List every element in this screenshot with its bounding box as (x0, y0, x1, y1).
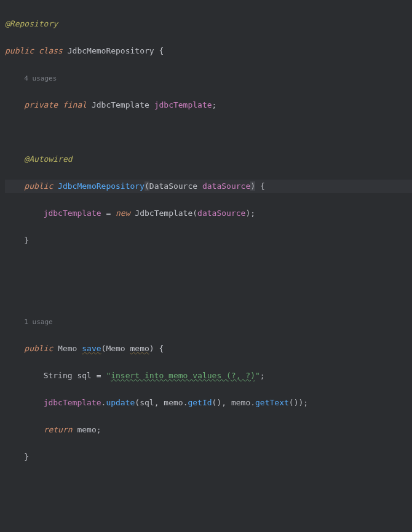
blank-line (5, 504, 412, 518)
code-line: public JdbcMemoRepository(DataSource dat… (5, 180, 412, 193)
method-save: save (82, 344, 101, 353)
code-line: } (5, 234, 412, 247)
code-line: public class JdbcMemoRepository { (5, 44, 412, 58)
code-editor[interactable]: @Repository public class JdbcMemoReposit… (0, 0, 412, 532)
code-line: String sql = "insert into memo values (?… (5, 369, 412, 383)
annotation-repository: @Repository (5, 19, 58, 28)
field-jdbctemplate: jdbcTemplate (154, 100, 212, 109)
class-name: JdbcMemoRepository (68, 46, 154, 55)
code-line: return memo; (5, 423, 412, 437)
code-line: } (5, 450, 412, 464)
usage-hint: 1 usage (5, 315, 412, 328)
code-line: public Memo save(Memo memo) { (5, 342, 412, 355)
usage-hint: 4 usages (5, 71, 412, 85)
code-line: @Autowired (5, 153, 412, 166)
blank-line (5, 261, 412, 274)
code-line: private final JdbcTemplate jdbcTemplate; (5, 98, 412, 112)
constructor-name: JdbcMemoRepository (58, 181, 145, 191)
blank-line (5, 477, 412, 491)
blank-line (5, 288, 412, 301)
annotation-autowired: @Autowired (24, 154, 72, 164)
code-line: jdbcTemplate = new JdbcTemplate(dataSour… (5, 207, 412, 220)
code-line: jdbcTemplate.update(sql, memo.getId(), m… (5, 396, 412, 410)
code-line: @Repository (5, 17, 412, 31)
blank-line (5, 125, 412, 139)
